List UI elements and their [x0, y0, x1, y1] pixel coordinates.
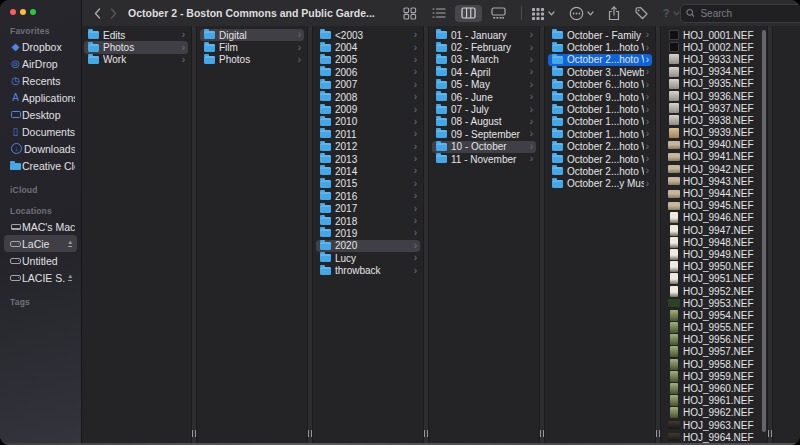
folder-row[interactable]: 07 - July› [432, 103, 536, 115]
file-row[interactable]: HOJ_9950.NEF [665, 261, 765, 273]
file-row[interactable]: HOJ_9948.NEF [665, 236, 765, 248]
file-row[interactable]: HOJ_9960.NEF [665, 382, 765, 394]
file-row[interactable]: HOJ_9936.NEF [665, 90, 765, 102]
file-row[interactable]: HOJ_0001.NEF [665, 29, 765, 41]
file-row[interactable]: HOJ_9949.NEF [665, 248, 765, 260]
actions-button[interactable] [569, 3, 594, 23]
folder-row[interactable]: October 1...hoto Walk› [548, 128, 652, 140]
folder-row[interactable]: 2015› [316, 178, 420, 190]
file-row[interactable]: HOJ_9938.NEF [665, 114, 765, 126]
close-button[interactable] [10, 9, 16, 15]
folder-row[interactable]: 2012› [316, 141, 420, 153]
folder-row[interactable]: October - Family› [548, 29, 652, 41]
sidebar-item-recents[interactable]: ◷Recents [4, 72, 77, 89]
folder-row[interactable]: Photos› [84, 41, 188, 53]
file-row[interactable]: HOJ_9939.NEF [665, 127, 765, 139]
file-row[interactable]: HOJ_0002.NEF [665, 41, 765, 53]
file-row[interactable]: HOJ_9964.NEF [665, 431, 765, 443]
file-row[interactable]: HOJ_9963.NEF [665, 419, 765, 431]
folder-row[interactable]: October 1...hoto Walk› [548, 116, 652, 128]
folder-row[interactable]: 08 - August› [432, 116, 536, 128]
file-row[interactable]: HOJ_9953.NEF [665, 297, 765, 309]
folder-row[interactable]: 09 - September› [432, 128, 536, 140]
folder-row[interactable]: 2006› [316, 66, 420, 78]
folder-row[interactable]: Digital› [200, 29, 304, 41]
file-row[interactable]: HOJ_9943.NEF [665, 175, 765, 187]
file-row[interactable]: HOJ_9946.NEF [665, 212, 765, 224]
file-row[interactable]: HOJ_9944.NEF [665, 187, 765, 199]
folder-row[interactable]: 11 - November› [432, 153, 536, 165]
file-row[interactable]: HOJ_9954.NEF [665, 309, 765, 321]
folder-row[interactable]: Photos› [200, 54, 304, 66]
icon-view-button[interactable] [397, 4, 423, 22]
file-row[interactable]: HOJ_9958.NEF [665, 358, 765, 370]
sidebar-item-dropbox[interactable]: ◆Dropbox [4, 38, 77, 55]
file-row[interactable]: HOJ_9945.NEF [665, 200, 765, 212]
folder-row[interactable]: 2018› [316, 215, 420, 227]
folder-row[interactable]: throwback› [316, 264, 420, 276]
group-button[interactable] [531, 3, 555, 23]
folder-row[interactable]: Lucy› [316, 252, 420, 264]
sidebar-item-untitled[interactable]: Untitled [4, 252, 77, 269]
file-row[interactable]: HOJ_9961.NEF [665, 395, 765, 407]
zoom-button[interactable] [30, 9, 36, 15]
file-row[interactable]: HOJ_9933.NEF [665, 53, 765, 65]
file-row[interactable]: HOJ_9962.NEF [665, 407, 765, 419]
folder-row[interactable]: 2020› [316, 240, 420, 252]
file-row[interactable]: HOJ_9957.NEF [665, 346, 765, 358]
folder-row[interactable]: Film› [200, 41, 304, 53]
folder-row[interactable]: 2014› [316, 165, 420, 177]
sidebar-item-lacie-s-[interactable]: LACIE S...▴ [4, 269, 77, 286]
file-row[interactable]: HOJ_9942.NEF [665, 163, 765, 175]
sidebar-item-mac-s-mac-[interactable]: MAC's Mac... [4, 218, 77, 235]
column-view-button[interactable] [455, 5, 482, 22]
sidebar-item-airdrop[interactable]: ◎AirDrop [4, 55, 77, 72]
folder-row[interactable]: October 6...hoto Walk› [548, 79, 652, 91]
folder-row[interactable]: 2009› [316, 103, 420, 115]
folder-row[interactable]: 2019› [316, 227, 420, 239]
folder-row[interactable]: October 2...hoto Walk› [548, 141, 652, 153]
folder-row[interactable]: 2007› [316, 79, 420, 91]
folder-row[interactable]: October 9...hoto Walk› [548, 91, 652, 103]
folder-row[interactable]: October 2...y Museum› [548, 178, 652, 190]
vertical-scrollbar[interactable] [762, 30, 766, 432]
folder-row[interactable]: 05 - May› [432, 79, 536, 91]
folder-row[interactable]: October 3...Newborn› [548, 66, 652, 78]
file-row[interactable]: HOJ_9956.NEF [665, 334, 765, 346]
folder-row[interactable]: 10 - October› [432, 141, 536, 153]
folder-row[interactable]: October 2...hoto Walk› [548, 165, 652, 177]
forward-button[interactable] [105, 3, 121, 23]
eject-icon[interactable]: ▴ [68, 239, 72, 247]
file-row[interactable]: HOJ_9951.NEF [665, 273, 765, 285]
folder-row[interactable]: 2011› [316, 128, 420, 140]
folder-row[interactable]: October 2...hoto Walk› [548, 153, 652, 165]
list-view-button[interactable] [426, 5, 452, 22]
folder-row[interactable]: 2005› [316, 54, 420, 66]
folder-row[interactable]: October 1...hoto Walk› [548, 41, 652, 53]
file-row[interactable]: HOJ_9935.NEF [665, 78, 765, 90]
file-row[interactable]: HOJ_9947.NEF [665, 224, 765, 236]
search-field[interactable] [680, 4, 800, 23]
folder-row[interactable]: <2003› [316, 29, 420, 41]
file-row[interactable]: HOJ_9940.NEF [665, 139, 765, 151]
sidebar-item-applications[interactable]: AApplications [4, 89, 77, 106]
folder-row[interactable]: 01 - January› [432, 29, 536, 41]
unknown-toolbar-item[interactable]: ? [663, 3, 680, 23]
sidebar-item-lacie[interactable]: LaCie▴ [4, 235, 77, 252]
gallery-view-button[interactable] [485, 5, 512, 22]
search-input[interactable] [698, 7, 800, 20]
file-row[interactable]: HOJ_9959.NEF [665, 370, 765, 382]
folder-row[interactable]: Work› [84, 54, 188, 66]
folder-row[interactable]: 2016› [316, 190, 420, 202]
eject-icon[interactable]: ▴ [68, 273, 72, 281]
folder-row[interactable]: 06 - June› [432, 91, 536, 103]
file-row[interactable]: HOJ_9934.NEF [665, 66, 765, 78]
file-row[interactable]: HOJ_9952.NEF [665, 285, 765, 297]
folder-row[interactable]: 2010› [316, 116, 420, 128]
minimize-button[interactable] [20, 9, 26, 15]
folder-row[interactable]: Edits› [84, 29, 188, 41]
folder-row[interactable]: October 1...hoto Walk› [548, 103, 652, 115]
tag-button[interactable] [634, 3, 649, 23]
back-button[interactable] [89, 3, 105, 23]
file-row[interactable]: HOJ_9955.NEF [665, 322, 765, 334]
